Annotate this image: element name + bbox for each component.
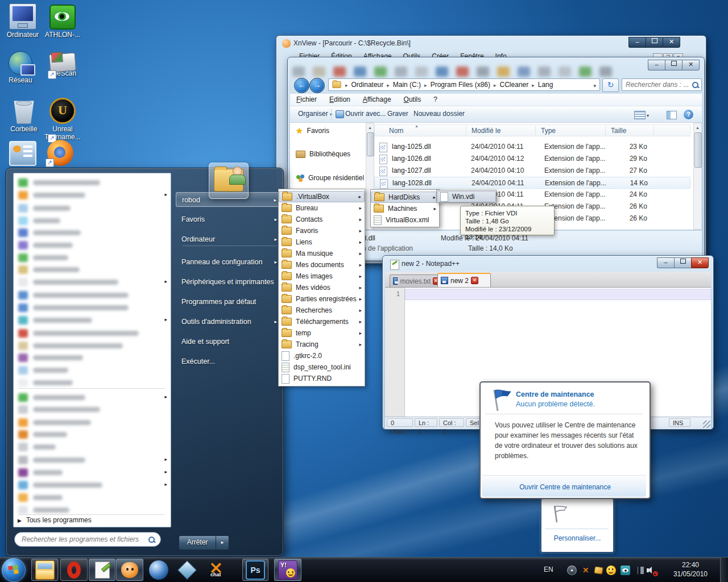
forward-button[interactable]: → xyxy=(309,78,325,93)
blurred-program-item[interactable] xyxy=(18,302,129,313)
explorer-search[interactable] xyxy=(622,78,702,91)
organize-button[interactable]: Organiser ▾ xyxy=(298,110,332,118)
explorer-search-input[interactable] xyxy=(622,79,701,90)
blurred-program-item[interactable] xyxy=(18,203,71,213)
desktop-icon-Corbeille[interactable]: Corbeille xyxy=(6,99,42,134)
menu-item-dsp_stereo_tool.ini[interactable]: dsp_stereo_tool.ini xyxy=(279,361,365,373)
breadcrumb-segment-Lang[interactable]: Lang xyxy=(538,81,553,89)
resize-grip[interactable] xyxy=(703,421,710,428)
explorer-menu-?[interactable]: ? xyxy=(427,94,444,105)
open-with-button[interactable]: Ouvrir avec... xyxy=(345,110,386,118)
tray-icon-hidden[interactable]: ▲ xyxy=(567,566,577,575)
start-item-Favoris[interactable]: Favoris▸ xyxy=(176,212,284,227)
start-item-Aide et support[interactable]: Aide et support xyxy=(176,334,284,349)
views-dropdown-icon[interactable]: ▾ xyxy=(647,111,649,119)
start-search[interactable] xyxy=(14,532,161,547)
start-item-Périphériques et imprimantes[interactable]: Périphériques et imprimantes xyxy=(176,275,284,289)
tab-new 2[interactable]: new 2✕ xyxy=(437,273,491,287)
menu-item-Mes documents[interactable]: Mes documents▸ xyxy=(279,259,365,271)
address-dropdown-icon[interactable]: ▾ xyxy=(593,83,596,89)
blurred-program-item[interactable] xyxy=(18,492,63,502)
explorer-menu-Affichage[interactable]: Affichage xyxy=(357,94,398,105)
views-button-icon[interactable] xyxy=(634,111,646,119)
blurred-program-item[interactable] xyxy=(18,392,85,402)
file-row-lang-1028.dll[interactable]: lang-1028.dll24/04/2010 04:11Extension d… xyxy=(374,177,690,189)
blurred-program-item[interactable] xyxy=(18,352,83,363)
taskbar-button-xchat[interactable]: ✕chat xyxy=(202,559,231,581)
file-row-lang-1026.dll[interactable]: lang-1026.dll24/04/2010 04:12Extension d… xyxy=(374,153,690,165)
menu-item-PUTTY.RND[interactable]: PUTTY.RND xyxy=(279,373,365,384)
shutdown-options-arrow[interactable]: ▸ xyxy=(216,535,229,550)
menu-item-Recherches[interactable]: Recherches▸ xyxy=(279,305,365,316)
breadcrumb-segment-CCleaner[interactable]: CCleaner xyxy=(500,81,529,89)
sidebar-item-Favoris[interactable]: ★Favoris xyxy=(296,126,329,135)
clock[interactable]: 22:40 31/05/2010 xyxy=(673,560,708,579)
desktop-icon-Unreal Tourname...[interactable]: U↗Unreal Tourname... xyxy=(44,98,81,142)
blurred-program-item[interactable] xyxy=(18,277,118,287)
user-picture[interactable] xyxy=(209,163,249,199)
menu-item-HardDisks[interactable]: HardDisks▸ xyxy=(371,192,439,203)
menu-item-Contacts[interactable]: Contacts▸ xyxy=(279,214,365,225)
blurred-program-item[interactable] xyxy=(18,505,69,515)
menu-item-Téléchargements[interactable]: Téléchargements▸ xyxy=(279,316,365,327)
minimize-button[interactable]: – xyxy=(628,37,646,48)
taskbar-button-yahoo[interactable]: Y! xyxy=(274,559,301,581)
burn-button[interactable]: Graver xyxy=(387,110,408,118)
blurred-program-item[interactable] xyxy=(18,190,85,200)
sidebar-item-Groupe résidentiel[interactable]: Groupe résidentiel xyxy=(296,174,364,182)
desktop-icon-system-tile[interactable] xyxy=(5,141,41,166)
language-indicator[interactable]: EN xyxy=(544,566,553,573)
taskbar-button-xnview[interactable] xyxy=(116,559,143,581)
menu-item-.gtkrc-2.0[interactable]: .gtkrc-2.0 xyxy=(279,350,365,361)
menu-item-Mes images[interactable]: Mes images▸ xyxy=(279,271,365,282)
close-button[interactable]: ✕ xyxy=(663,37,680,48)
maximize-button[interactable] xyxy=(646,37,663,48)
blurred-program-item[interactable] xyxy=(18,227,81,238)
explorer-menu-Outils[interactable]: Outils xyxy=(398,94,428,105)
close-button[interactable]: ✕ xyxy=(682,60,700,70)
address-bar[interactable]: ▸Ordinateur▸Main (C:)▸Program Files (x86… xyxy=(328,78,600,91)
blurred-program-item[interactable] xyxy=(18,467,63,477)
start-search-input[interactable] xyxy=(15,533,160,546)
menu-item-Machines[interactable]: Machines▸ xyxy=(371,203,439,214)
desktop-icon-ATHLON-...[interactable]: ATHLON-... xyxy=(44,5,81,39)
menu-item-Win.vdi[interactable]: Win.vdi xyxy=(437,191,496,202)
blurred-program-item[interactable] xyxy=(18,404,100,414)
start-item-Outils d'administration[interactable]: Outils d'administration▸ xyxy=(176,314,284,329)
sidebar-item-Bibliothèques[interactable]: Bibliothèques xyxy=(296,150,350,158)
start-button[interactable] xyxy=(2,558,26,582)
taskbar-button-explorer[interactable] xyxy=(31,559,58,581)
breadcrumb-segment-Ordinateur[interactable]: Ordinateur xyxy=(351,81,384,89)
start-item-Exécuter...[interactable]: Exécuter... xyxy=(176,354,284,369)
scrollbar-thumb[interactable] xyxy=(367,132,374,156)
refresh-button[interactable]: ↻ xyxy=(602,78,619,92)
maximize-button[interactable] xyxy=(674,257,691,268)
menu-item-Favoris[interactable]: Favoris▸ xyxy=(279,225,365,236)
blurred-program-item[interactable] xyxy=(18,442,56,452)
tab-movies.txt[interactable]: movies.txt✕ xyxy=(390,275,442,287)
blurred-program-item[interactable] xyxy=(18,177,100,188)
new-folder-button[interactable]: Nouveau dossier xyxy=(413,110,465,118)
start-item-Ordinateur[interactable]: Ordinateur▸ xyxy=(176,232,284,247)
blurred-program-item[interactable] xyxy=(18,290,129,300)
blurred-program-item[interactable] xyxy=(18,377,73,388)
taskbar-button-opera[interactable] xyxy=(60,559,88,581)
open-action-center-link[interactable]: Ouvrir Centre de maintenance xyxy=(481,483,650,491)
scrollbar-thumb[interactable] xyxy=(694,132,702,168)
menu-item-.VirtualBox[interactable]: .VirtualBox▸ xyxy=(279,191,365,202)
start-item-Programmes par défaut[interactable]: Programmes par défaut xyxy=(176,294,284,309)
menu-item-temp[interactable]: temp▸ xyxy=(279,327,365,339)
help-icon[interactable]: ? xyxy=(684,110,693,119)
menu-item-Parties enregistrées[interactable]: Parties enregistrées▸ xyxy=(279,293,365,305)
taskbar-button-photoshop[interactable]: Ps xyxy=(242,559,268,581)
desktop-icon-VueScan[interactable]: ↗VueScan xyxy=(44,50,81,78)
menu-item-Tracing[interactable]: Tracing▸ xyxy=(279,339,365,350)
desktop-icon-firefox[interactable]: ↗ xyxy=(42,140,78,166)
shutdown-button[interactable]: Arrêter xyxy=(179,535,216,550)
explorer-menu-Edition[interactable]: Edition xyxy=(323,94,357,105)
column-header-Taille[interactable]: Taille xyxy=(611,127,626,135)
blurred-program-item[interactable] xyxy=(18,365,68,375)
back-button[interactable]: ← xyxy=(294,78,309,93)
file-row-lang-1027.dll[interactable]: lang-1027.dll24/04/2010 04:10Extension d… xyxy=(374,165,690,177)
menu-item-Bureau[interactable]: Bureau▸ xyxy=(279,202,365,214)
